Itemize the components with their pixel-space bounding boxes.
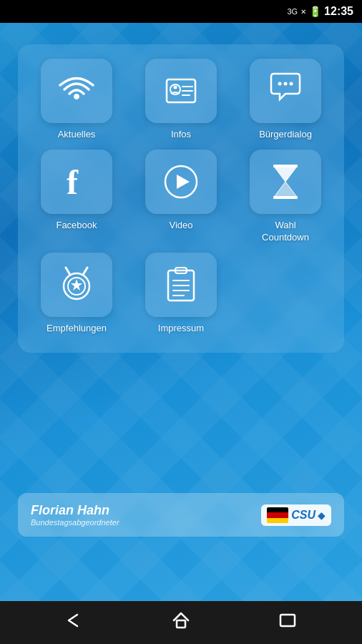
icon-box-buergerdialog[interactable] (250, 59, 321, 123)
navigation-bar (0, 601, 362, 644)
icon-box-empfehlungen[interactable] (41, 253, 112, 317)
play-icon (162, 163, 200, 200)
icon-box-video[interactable] (145, 150, 217, 214)
svg-point-7 (284, 82, 288, 86)
svg-line-16 (66, 268, 70, 275)
clipboard-icon (164, 266, 198, 303)
hourglass-icon (269, 163, 302, 200)
politician-banner[interactable]: Florian Hahn Bundestagsabgeordneter CSU … (18, 493, 344, 537)
icon-box-wahl-countdown[interactable] (250, 150, 321, 214)
status-bar: 3G ✕ 🔋 12:35 (0, 0, 362, 23)
svg-rect-12 (273, 165, 298, 167)
label-facebook: Facebook (56, 220, 97, 232)
label-impressum: Impressum (158, 323, 204, 335)
label-infos: Infos (171, 129, 191, 141)
home-icon (171, 610, 191, 630)
label-aktuelles: Aktuelles (58, 129, 96, 141)
recent-button[interactable] (263, 606, 312, 639)
banner-text: Florian Hahn Bundestagsabgeordneter (31, 503, 119, 527)
back-button[interactable] (50, 606, 99, 639)
battery-icon: 🔋 (309, 6, 321, 17)
signal-bars: ✕ (300, 8, 306, 16)
app-grid: Aktuelles (29, 59, 333, 335)
home-button[interactable] (157, 605, 205, 640)
grid-item-facebook[interactable]: f Facebook (41, 150, 112, 244)
csu-label: CSU (291, 509, 315, 522)
label-buergerdialog: Bürgerdialog (259, 129, 312, 141)
facebook-icon: f (58, 164, 95, 200)
svg-point-8 (290, 82, 293, 86)
csu-logo: CSU ◆ (261, 504, 331, 526)
grid-item-video[interactable]: Video (145, 150, 217, 244)
grid-item-aktuelles[interactable]: Aktuelles (41, 59, 112, 141)
svg-text:f: f (67, 164, 79, 200)
grid-item-impressum[interactable]: Impressum (145, 253, 217, 335)
network-icon: 3G (287, 7, 298, 16)
svg-marker-18 (71, 279, 82, 291)
svg-point-2 (174, 86, 177, 89)
svg-marker-11 (177, 175, 190, 189)
medal-icon (59, 266, 94, 303)
german-flag (267, 507, 288, 523)
grid-item-wahl-countdown[interactable]: WahlCountdown (250, 150, 321, 244)
grid-item-empfehlungen[interactable]: Empfehlungen (41, 253, 112, 335)
icon-box-aktuelles[interactable] (41, 59, 112, 123)
icon-box-facebook[interactable]: f (41, 150, 112, 214)
grid-item-buergerdialog[interactable]: Bürgerdialog (250, 59, 321, 141)
wifi-icon (58, 75, 95, 107)
svg-rect-13 (273, 196, 298, 199)
politician-name: Florian Hahn (31, 503, 119, 518)
icon-box-impressum[interactable] (145, 253, 217, 317)
icon-box-infos[interactable] (145, 59, 217, 123)
politician-title: Bundestagsabgeordneter (31, 518, 119, 527)
main-content: Aktuelles (0, 23, 362, 601)
svg-point-6 (278, 82, 282, 86)
chat-icon (265, 72, 305, 109)
id-card-icon (162, 74, 200, 108)
svg-rect-26 (280, 615, 295, 626)
back-icon (64, 612, 84, 629)
status-icons: 3G ✕ 🔋 12:35 (287, 5, 353, 18)
label-empfehlungen: Empfehlungen (47, 323, 107, 335)
recent-apps-icon (278, 612, 298, 629)
csu-diamond-icon: ◆ (318, 509, 326, 521)
grid-item-infos[interactable]: Infos (145, 59, 217, 141)
app-grid-card: Aktuelles (18, 44, 344, 353)
clock: 12:35 (324, 5, 353, 18)
label-video: Video (169, 220, 192, 232)
label-wahl-countdown: WahlCountdown (262, 220, 309, 244)
svg-line-17 (83, 268, 87, 275)
svg-rect-25 (177, 620, 185, 628)
